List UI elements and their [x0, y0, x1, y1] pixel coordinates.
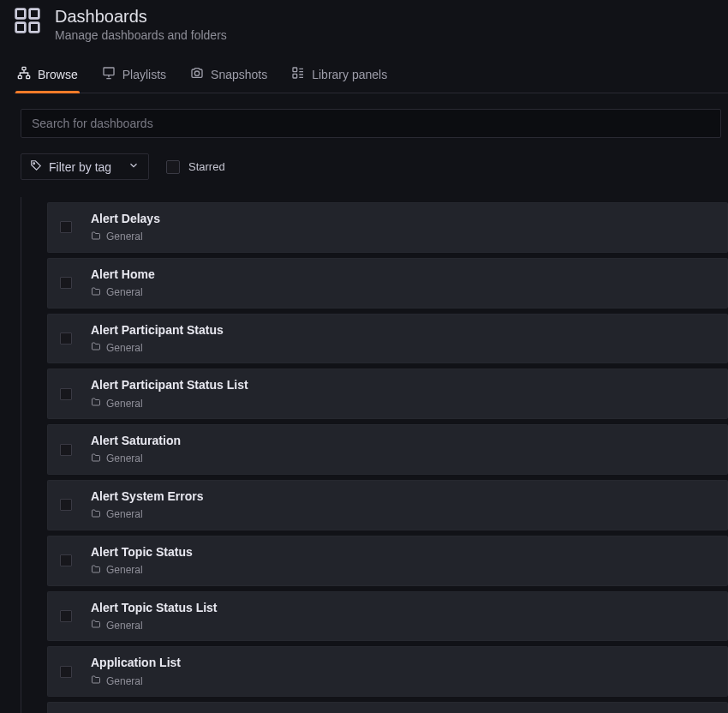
dashboard-folder: General: [106, 508, 143, 520]
svg-rect-2: [16, 23, 26, 33]
presentation-icon: [102, 66, 116, 82]
page-header: Dashboards Manage dashboards and folders: [14, 0, 728, 57]
folder-icon: [91, 341, 101, 354]
dashboard-title: Application List: [91, 656, 181, 670]
starred-checkbox[interactable]: [166, 160, 180, 174]
svg-rect-7: [104, 68, 114, 75]
page-title: Dashboards: [55, 7, 227, 27]
page-subtitle: Manage dashboards and folders: [55, 28, 227, 42]
dashboard-folder: General: [106, 452, 143, 464]
sitemap-icon: [17, 66, 31, 82]
row-checkbox[interactable]: [60, 666, 72, 678]
svg-rect-9: [293, 68, 297, 72]
dashboard-list: Alert Delays General Alert Home: [47, 202, 728, 713]
filter-by-tag-label: Filter by tag: [49, 160, 111, 174]
folder-icon: [91, 674, 101, 687]
svg-rect-10: [293, 74, 297, 78]
search-input[interactable]: [21, 109, 721, 138]
svg-point-11: [33, 163, 35, 165]
row-checkbox[interactable]: [60, 388, 72, 400]
dashboards-icon: [14, 7, 41, 34]
svg-rect-4: [22, 67, 26, 69]
tab-label: Browse: [38, 68, 78, 81]
dashboard-title: Alert Home: [91, 267, 155, 282]
library-panel-icon: [291, 66, 305, 82]
folder-icon: [91, 619, 101, 632]
dashboard-row[interactable]: Alert System Errors General: [47, 480, 728, 530]
dashboard-title: Alert Participant Status: [91, 323, 224, 338]
row-checkbox[interactable]: [60, 221, 72, 233]
dashboard-folder: General: [106, 620, 143, 632]
dashboard-row[interactable]: Alert Delays General: [47, 202, 728, 253]
row-checkbox[interactable]: [60, 610, 72, 622]
svg-rect-1: [30, 9, 39, 19]
tab-label: Snapshots: [211, 68, 267, 81]
svg-point-8: [194, 71, 199, 75]
svg-rect-5: [18, 75, 21, 78]
folder-icon: [91, 397, 101, 410]
dashboard-title: Alert Topic Status: [91, 545, 193, 560]
dashboard-folder: General: [106, 231, 143, 243]
dashboard-title: Alert Saturation: [91, 434, 181, 448]
camera-icon: [190, 66, 204, 82]
dashboard-title: Alert System Errors: [91, 489, 204, 504]
dashboard-row[interactable]: Alert Participant Status List General: [47, 368, 728, 419]
folder-icon: [91, 508, 101, 521]
tab-snapshots[interactable]: Snapshots: [190, 57, 267, 93]
dashboard-row[interactable]: Application List General: [47, 646, 728, 697]
tabs: Browse Playlists Snapshots: [14, 57, 728, 93]
row-checkbox[interactable]: [60, 333, 72, 345]
starred-label: Starred: [188, 160, 225, 173]
tab-playlists[interactable]: Playlists: [102, 57, 166, 93]
svg-rect-6: [27, 75, 30, 78]
row-checkbox[interactable]: [60, 554, 72, 566]
folder-icon: [91, 452, 101, 465]
dashboard-title: Alert Participant Status List: [91, 378, 248, 392]
starred-toggle[interactable]: Starred: [166, 160, 225, 174]
tab-label: Library panels: [312, 68, 387, 81]
dashboard-folder: General: [106, 398, 143, 410]
filter-by-tag-select[interactable]: Filter by tag: [21, 153, 149, 180]
tab-label: Playlists: [122, 68, 166, 81]
dashboard-row[interactable]: Alert Topic Status List General: [47, 591, 728, 642]
folder-icon: [91, 564, 101, 577]
dashboard-title: Alert Topic Status List: [91, 601, 218, 615]
dashboard-row[interactable]: Alert Topic Status General: [47, 536, 728, 586]
dashboard-title: Alert Delays: [91, 212, 160, 226]
dashboard-folder: General: [106, 675, 143, 687]
dashboard-folder: General: [106, 286, 143, 298]
tab-browse[interactable]: Browse: [17, 57, 78, 93]
dashboard-row[interactable]: Alert Home General: [47, 258, 728, 309]
tab-library-panels[interactable]: Library panels: [291, 57, 387, 93]
folder-icon: [91, 231, 101, 243]
dashboard-row[interactable]: Alert Participant Status General: [47, 314, 728, 364]
svg-rect-3: [30, 23, 39, 33]
folder-icon: [91, 286, 101, 299]
dashboard-folder: General: [106, 564, 143, 576]
row-checkbox[interactable]: [60, 444, 72, 456]
svg-rect-0: [16, 9, 26, 19]
dashboard-row[interactable]: Alert Saturation General: [47, 424, 728, 475]
tag-icon: [30, 159, 42, 174]
dashboard-row[interactable]: DataReader List General: [47, 702, 728, 713]
dashboard-folder: General: [106, 342, 143, 354]
chevron-down-icon: [128, 159, 140, 174]
row-checkbox[interactable]: [60, 277, 72, 289]
row-checkbox[interactable]: [60, 499, 72, 511]
